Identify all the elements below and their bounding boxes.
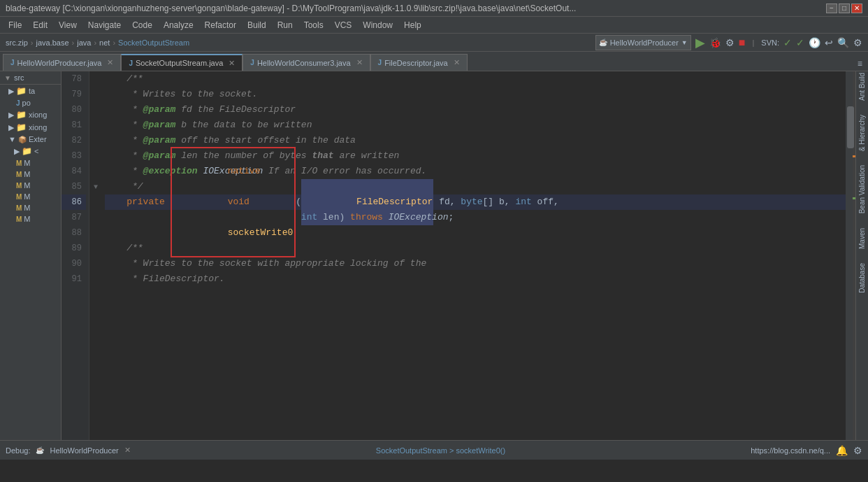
right-panel-maven[interactable]: Maven — [858, 228, 866, 249]
config-name: HelloWorldProducer — [610, 38, 679, 47]
code-line-91: * FileDescriptor. — [105, 271, 846, 287]
status-right: https://blog.csdn.ne/q... 🔔 ⚙ — [751, 445, 862, 456]
right-panel-bean[interactable]: Bean Validation — [858, 165, 866, 213]
search-icon[interactable]: 🔍 — [837, 37, 849, 48]
breadcrumb-java[interactable]: java — [77, 38, 91, 47]
menu-refactor[interactable]: Refactor — [199, 19, 242, 31]
menu-vcs[interactable]: VCS — [329, 19, 358, 31]
close-button[interactable]: ✕ — [851, 3, 862, 13]
sidebar-title: src — [14, 73, 24, 82]
code-line-79: * Writes to the socket. — [105, 87, 846, 102]
sidebar-item-xiong1[interactable]: ▶ 📁 xiong — [0, 108, 61, 121]
profile-button[interactable]: ⚙ — [725, 37, 735, 48]
settings-bottom-icon[interactable]: ⚙ — [853, 445, 862, 456]
sidebar-item-external[interactable]: ▼ 📦 Exter — [0, 134, 61, 145]
tab-label: SocketOutputStream.java — [136, 59, 223, 67]
status-left: Debug: ☕ HelloWorldProducer ✕ — [6, 446, 131, 455]
status-bar: Debug: ☕ HelloWorldProducer ✕ SocketOutp… — [0, 440, 868, 460]
line-83: 83 — [62, 148, 86, 164]
java-file-icon: J — [10, 59, 15, 66]
menu-file[interactable]: File — [3, 19, 27, 31]
menu-code[interactable]: Code — [126, 19, 158, 31]
fold-marker-89[interactable] — [89, 241, 102, 256]
menu-window[interactable]: Window — [357, 19, 398, 31]
tab-close-button[interactable]: ✕ — [356, 58, 363, 67]
svn-history-icon[interactable]: 🕐 — [809, 37, 820, 48]
maximize-button[interactable]: □ — [839, 3, 850, 13]
settings-icon[interactable]: ⚙ — [853, 37, 862, 48]
debug-label: Debug: — [6, 446, 30, 455]
fold-marker-85[interactable]: ▼ — [89, 179, 102, 194]
scrollbar-marker-1 — [853, 155, 855, 157]
right-panel-hierarchy[interactable]: & Hierarchy — [858, 115, 866, 151]
vertical-scrollbar[interactable] — [846, 71, 855, 440]
breadcrumb-net[interactable]: net — [99, 38, 110, 47]
line-80: 80 — [62, 102, 86, 118]
tab-filedescriptor[interactable]: J FileDescriptor.java ✕ — [370, 54, 468, 71]
right-panel-ant[interactable]: Ant Build — [858, 73, 866, 101]
sidebar-item-m2[interactable]: M M — [0, 169, 61, 180]
tab-close-button[interactable]: ✕ — [107, 58, 113, 67]
breadcrumb-srczip[interactable]: src.zip — [6, 38, 28, 47]
svn-update-icon[interactable]: ✓ — [796, 37, 804, 48]
scrollbar-thumb[interactable] — [847, 106, 854, 148]
breadcrumb-javabase[interactable]: java.base — [36, 38, 68, 47]
line-81: 81 — [62, 118, 86, 133]
menu-edit[interactable]: Edit — [27, 19, 53, 31]
sidebar-item-xiong2[interactable]: ▶ 📁 xiong — [0, 121, 61, 134]
tab-helloworldconsumer3[interactable]: J HelloWorldConsumer3.java ✕ — [243, 54, 370, 71]
code-editor[interactable]: /** * Writes to the socket. * @param fd … — [102, 71, 846, 440]
expand-arrow-icon: ▼ — [8, 135, 16, 143]
line-79: 79 — [62, 87, 86, 102]
debug-config-icon: ☕ — [36, 446, 44, 454]
sidebar-item-m1[interactable]: M M — [0, 157, 61, 169]
tab-list-button[interactable]: ≡ — [855, 58, 865, 71]
tab-close-button[interactable]: ✕ — [454, 58, 460, 67]
close-debug-icon[interactable]: ✕ — [124, 446, 131, 455]
tab-helloworldproducer[interactable]: J HelloWorldProducer.java ✕ — [3, 54, 121, 71]
window-controls[interactable]: − □ ✕ — [826, 3, 862, 13]
tab-socketoutputstream[interactable]: J SocketOutputStream.java ✕ — [121, 54, 243, 71]
sidebar-item-m6[interactable]: M M — [0, 213, 61, 225]
dropdown-arrow-icon: ▼ — [681, 39, 688, 46]
fold-marker-78[interactable] — [89, 71, 102, 87]
menu-run[interactable]: Run — [272, 19, 298, 31]
menu-help[interactable]: Help — [398, 19, 427, 31]
collapse-all-icon[interactable]: ▼ — [4, 74, 11, 82]
right-panel-database[interactable]: Database — [858, 263, 866, 293]
sidebar-item-m5[interactable]: M M — [0, 202, 61, 213]
run-config-dropdown[interactable]: ☕ HelloWorldProducer ▼ — [595, 35, 691, 50]
main-layout: ▼ src ▶ 📁 ta J po ▶ 📁 xiong ▶ 📁 xiong ▼ … — [0, 71, 868, 440]
tab-bar-actions: ≡ — [855, 58, 865, 71]
java-icon: J — [16, 99, 20, 107]
java-file-icon: J — [378, 59, 382, 66]
sidebar-item-po[interactable]: J po — [0, 97, 61, 108]
minimize-button[interactable]: − — [826, 3, 837, 13]
sidebar-item-label: < — [34, 147, 38, 155]
run-button[interactable]: ▶ — [695, 35, 705, 50]
debug-config-name: HelloWorldProducer — [50, 446, 118, 455]
debug-button[interactable]: 🐞 — [709, 37, 721, 48]
code-line-86: private native void socketWrite0 ( FileD… — [105, 194, 846, 210]
stop-button[interactable]: ■ — [739, 36, 746, 49]
sidebar-item-label: ta — [29, 87, 35, 95]
notification-icon[interactable]: 🔔 — [836, 445, 848, 456]
sidebar-item-ta[interactable]: ▶ 📁 ta — [0, 85, 61, 97]
menu-bar: File Edit View Navigate Code Analyze Ref… — [0, 17, 868, 34]
breadcrumb-socketoutputstream[interactable]: SocketOutputStream — [118, 38, 189, 47]
menu-tools[interactable]: Tools — [298, 19, 329, 31]
tab-label: HelloWorldConsumer3.java — [257, 59, 351, 67]
menu-view[interactable]: View — [53, 19, 82, 31]
sidebar-item-m4[interactable]: M M — [0, 191, 61, 202]
menu-analyze[interactable]: Analyze — [158, 19, 199, 31]
svn-revert-icon[interactable]: ↩ — [825, 37, 833, 48]
svn-commit-icon[interactable]: ✓ — [783, 37, 792, 48]
menu-navigate[interactable]: Navigate — [82, 19, 126, 31]
sidebar-item-lib[interactable]: ▶ 📁 < — [0, 145, 61, 157]
menu-build[interactable]: Build — [242, 19, 272, 31]
sidebar-item-m3[interactable]: M M — [0, 180, 61, 191]
tab-close-button[interactable]: ✕ — [229, 59, 235, 68]
java-icon: M — [16, 215, 22, 223]
code-line-89: /** — [105, 241, 846, 256]
line-84: 84 — [62, 164, 86, 179]
